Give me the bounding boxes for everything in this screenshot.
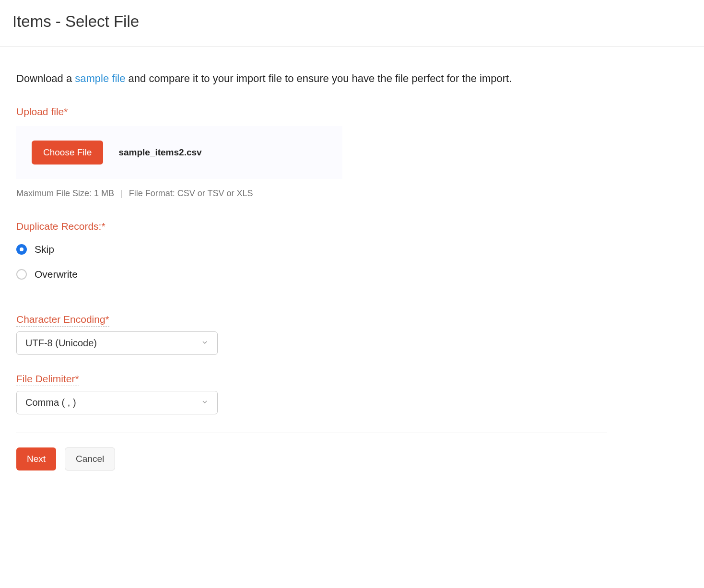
- hint-formats: File Format: CSV or TSV or XLS: [129, 188, 253, 198]
- duplicate-records-label: Duplicate Records:*: [16, 221, 607, 232]
- radio-icon: [16, 269, 27, 280]
- duplicate-records-radio-group: Skip Overwrite: [16, 244, 607, 280]
- intro-suffix: and compare it to your import file to en…: [125, 72, 512, 84]
- page-title: Items - Select File: [12, 12, 692, 31]
- character-encoding-label: Character Encoding*: [16, 314, 109, 327]
- upload-hint: Maximum File Size: 1 MB | File Format: C…: [16, 188, 607, 199]
- cancel-button[interactable]: Cancel: [65, 447, 115, 470]
- chevron-down-icon: [201, 397, 209, 408]
- radio-icon: [16, 244, 27, 255]
- intro-prefix: Download a: [16, 72, 75, 84]
- select-value: UTF-8 (Unicode): [25, 338, 97, 349]
- radio-label: Overwrite: [35, 269, 78, 280]
- intro-text: Download a sample file and compare it to…: [16, 72, 607, 85]
- next-button[interactable]: Next: [16, 447, 56, 470]
- footer-actions: Next Cancel: [16, 447, 607, 470]
- file-delimiter-label: File Delimiter*: [16, 373, 79, 386]
- page-header: Items - Select File: [0, 0, 704, 47]
- radio-skip[interactable]: Skip: [16, 244, 607, 255]
- upload-box: Choose File sample_items2.csv: [16, 126, 342, 179]
- hint-divider: |: [120, 188, 123, 198]
- radio-overwrite[interactable]: Overwrite: [16, 269, 607, 280]
- file-delimiter-select[interactable]: Comma ( , ): [16, 391, 218, 414]
- select-value: Comma ( , ): [25, 397, 76, 408]
- choose-file-button[interactable]: Choose File: [32, 141, 103, 165]
- radio-label: Skip: [35, 244, 54, 255]
- character-encoding-select[interactable]: UTF-8 (Unicode): [16, 331, 218, 355]
- chevron-down-icon: [201, 338, 209, 349]
- hint-max-size: Maximum File Size: 1 MB: [16, 188, 114, 198]
- footer-divider: [16, 433, 607, 433]
- selected-file-name: sample_items2.csv: [118, 147, 201, 158]
- sample-file-link[interactable]: sample file: [75, 72, 125, 84]
- upload-file-label: Upload file*: [16, 106, 607, 118]
